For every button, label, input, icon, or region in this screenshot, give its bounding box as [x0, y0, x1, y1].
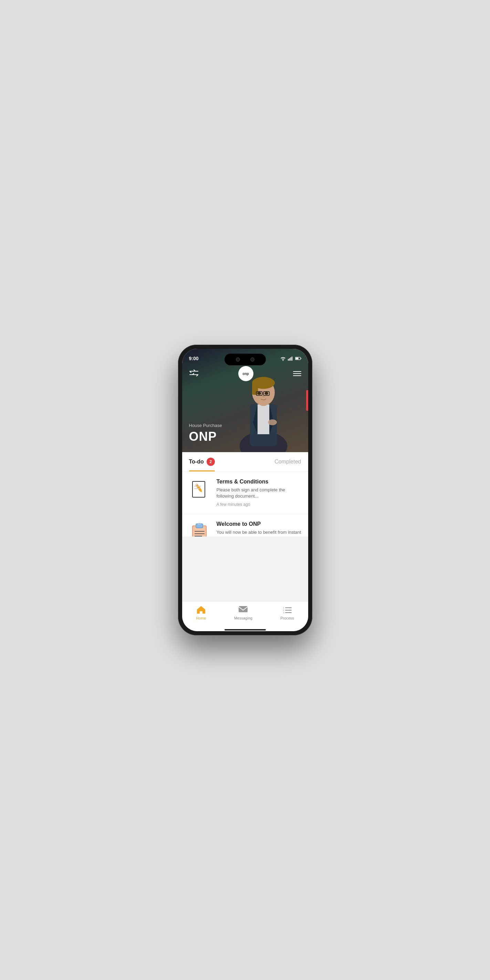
welcome-content: Welcome to ONP You will now be able to b… — [216, 521, 301, 536]
nav-process[interactable]: 1 2 3 Process — [280, 605, 294, 620]
status-time: 9:00 — [189, 356, 199, 361]
terms-title: Terms & Conditions — [216, 479, 301, 485]
tab-todo-label: To-do — [189, 459, 204, 465]
side-accent — [306, 390, 308, 411]
welcome-icon — [189, 521, 211, 536]
logo-circle[interactable]: onp — [238, 366, 253, 381]
svg-rect-6 — [296, 358, 299, 359]
messaging-icon — [238, 605, 248, 615]
terms-content: Terms & Conditions Please both sign and … — [216, 479, 301, 507]
logo-text: onp — [242, 372, 249, 375]
svg-rect-9 — [257, 404, 269, 434]
svg-text:1: 1 — [283, 607, 285, 609]
list-item-terms[interactable]: Terms & Conditions Please both sign and … — [182, 472, 308, 514]
camera-left — [236, 358, 240, 361]
menu-bar-3 — [293, 375, 301, 376]
svg-rect-15 — [252, 383, 258, 395]
content-list: Terms & Conditions Please both sign and … — [182, 472, 308, 536]
svg-rect-35 — [239, 606, 248, 612]
menu-icon[interactable] — [293, 371, 301, 376]
phone-screen: 9:00 — [182, 349, 308, 631]
home-label: Home — [196, 616, 206, 620]
battery-icon — [295, 356, 301, 361]
svg-rect-31 — [198, 523, 201, 525]
svg-rect-3 — [291, 356, 292, 361]
tab-todo-badge: 2 — [207, 458, 215, 466]
terms-desc: Please both sign and complete the follow… — [216, 487, 301, 499]
process-label: Process — [280, 616, 294, 620]
svg-point-21 — [262, 396, 264, 398]
tab-todo[interactable]: To-do 2 — [189, 452, 215, 471]
dynamic-island — [224, 354, 266, 365]
welcome-title: Welcome to ONP — [216, 521, 301, 527]
svg-rect-2 — [290, 358, 291, 361]
svg-text:2: 2 — [283, 609, 285, 611]
svg-point-20 — [264, 392, 268, 395]
tab-completed-label: Completed — [274, 459, 301, 465]
hero-title: ONP — [189, 430, 222, 444]
terms-icon — [189, 479, 211, 501]
hero-nav: onp — [182, 366, 308, 381]
list-item-welcome[interactable]: Welcome to ONP You will now be able to b… — [182, 514, 308, 536]
phone-shell: 9:00 — [178, 345, 312, 635]
svg-rect-5 — [301, 358, 301, 359]
svg-rect-0 — [288, 359, 288, 361]
signal-icon — [288, 356, 293, 361]
shuffle-icon[interactable] — [189, 369, 199, 378]
nav-messaging[interactable]: Messaging — [234, 605, 252, 620]
camera-right — [250, 358, 255, 361]
svg-point-19 — [257, 392, 261, 395]
home-bar — [182, 627, 308, 631]
wifi-icon — [280, 356, 286, 361]
bottom-nav: Home Messaging 1 2 — [182, 601, 308, 627]
menu-bar-1 — [293, 371, 301, 372]
svg-point-22 — [268, 419, 277, 425]
tabs-section: To-do 2 Completed — [182, 452, 308, 472]
messaging-label: Messaging — [234, 616, 252, 620]
nav-home[interactable]: Home — [196, 605, 206, 620]
gray-area — [182, 536, 308, 601]
process-icon: 1 2 3 — [282, 605, 292, 615]
home-icon — [196, 605, 206, 615]
tab-completed[interactable]: Completed — [274, 453, 301, 470]
welcome-desc: You will now be able to benefit from ins… — [216, 529, 301, 536]
hero-subtitle: House Purchase — [189, 423, 222, 428]
status-icons — [280, 356, 301, 361]
menu-bar-2 — [293, 373, 301, 374]
terms-time: A few minutes ago — [216, 502, 301, 507]
svg-text:3: 3 — [283, 612, 285, 614]
hero-content: House Purchase ONP — [189, 423, 222, 444]
home-bar-line — [224, 629, 266, 630]
svg-rect-1 — [289, 358, 290, 361]
